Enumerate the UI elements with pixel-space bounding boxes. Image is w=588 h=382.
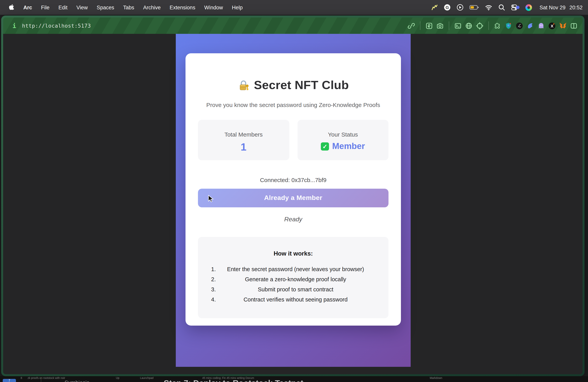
battery-icon[interactable] bbox=[470, 4, 479, 11]
privacy-shield-icon[interactable] bbox=[505, 22, 512, 29]
script-l-extension-icon[interactable]: ℒ bbox=[516, 22, 523, 29]
clock-date: Sat Nov 29 bbox=[540, 4, 566, 10]
page-title-text: Secret NFT Club bbox=[254, 78, 349, 92]
app-card: Secret NFT Club Prove you know the secre… bbox=[186, 53, 401, 326]
metamask-icon[interactable] bbox=[559, 22, 567, 29]
menu-bar: Arc File Edit View Spaces Tabs Archive E… bbox=[0, 0, 588, 15]
locked-with-key-icon bbox=[238, 79, 250, 91]
play-circle-icon[interactable] bbox=[457, 4, 464, 11]
desktop: Arc File Edit View Spaces Tabs Archive E… bbox=[0, 0, 588, 382]
menu-item-spaces[interactable]: Spaces bbox=[97, 4, 114, 10]
member-text: Member bbox=[332, 141, 365, 151]
stats-row: Total Members 1 Your Status ✓ Member bbox=[198, 120, 388, 160]
toolbar-separator bbox=[488, 21, 489, 30]
menu-item-arc[interactable]: Arc bbox=[23, 4, 32, 10]
check-mark-icon: ✓ bbox=[321, 142, 329, 150]
terminal-icon[interactable] bbox=[454, 22, 462, 29]
globe-icon[interactable] bbox=[465, 22, 473, 29]
stocks-icon[interactable] bbox=[431, 4, 438, 11]
search-icon[interactable] bbox=[498, 4, 505, 11]
how-it-works-step: Enter the secret password (never leaves … bbox=[217, 266, 374, 273]
total-members-label: Total Members bbox=[198, 131, 289, 138]
copy-link-icon[interactable] bbox=[408, 22, 415, 29]
how-it-works-list: Enter the secret password (never leaves … bbox=[198, 266, 388, 303]
menu-item-tabs[interactable]: Tabs bbox=[123, 4, 134, 10]
status-text: Ready bbox=[198, 216, 388, 223]
blue-bird-extension-icon[interactable] bbox=[526, 22, 534, 29]
browser-window: i http://localhost:5173 bbox=[1, 16, 585, 376]
your-status-card: Your Status ✓ Member bbox=[297, 120, 388, 160]
site-info-icon[interactable]: i bbox=[12, 22, 16, 29]
camera-icon[interactable] bbox=[436, 22, 444, 29]
address-bar-url[interactable]: http://localhost:5173 bbox=[22, 22, 91, 29]
how-it-works-step: Generate a zero-knowledge proof locally bbox=[217, 276, 374, 283]
menu-item-help[interactable]: Help bbox=[232, 4, 243, 10]
already-member-button[interactable]: Already a Member bbox=[198, 189, 388, 207]
mouse-cursor bbox=[208, 195, 214, 205]
bg-status-up: Up bbox=[116, 377, 119, 379]
menu-item-file[interactable]: File bbox=[41, 4, 50, 10]
menu-bar-status-area: G Sat Nov 29 20:52 bbox=[431, 4, 583, 11]
menu-bar-left: Arc File Edit View Spaces Tabs Archive E… bbox=[9, 4, 243, 11]
svg-text:X: X bbox=[551, 23, 553, 28]
toolbar-separator bbox=[449, 21, 449, 30]
menu-item-archive[interactable]: Archive bbox=[143, 4, 161, 10]
how-it-works-step: Submit proof to smart contract bbox=[217, 286, 374, 293]
menu-item-extensions[interactable]: Extensions bbox=[169, 4, 195, 10]
browser-content: Secret NFT Club Prove you know the secre… bbox=[3, 34, 583, 374]
split-view-icon[interactable] bbox=[570, 22, 578, 29]
toolbar-actions: ℒ X bbox=[408, 21, 578, 30]
screenshot-image-icon[interactable] bbox=[425, 22, 433, 29]
your-status-label: Your Status bbox=[297, 131, 388, 138]
bg-status-project: zk proofs on rootstock with noir bbox=[28, 377, 65, 379]
total-members-card: Total Members 1 bbox=[198, 120, 289, 160]
svg-text:ℒ: ℒ bbox=[518, 23, 521, 28]
extensions-puzzle-icon[interactable] bbox=[494, 22, 501, 29]
bg-blue-badge: 7 bbox=[3, 379, 16, 382]
ghostery-icon[interactable] bbox=[537, 22, 545, 29]
browser-toolbar: i http://localhost:5173 bbox=[3, 18, 583, 34]
bg-status-count: 8 bbox=[21, 377, 22, 379]
bg-status-launchpad: Launchpad bbox=[140, 377, 153, 379]
menu-bar-clock[interactable]: Sat Nov 29 20:52 bbox=[540, 4, 583, 10]
menu-item-window[interactable]: Window bbox=[204, 4, 223, 10]
apple-menu-icon[interactable] bbox=[9, 4, 14, 11]
your-status-value: ✓ Member bbox=[297, 141, 388, 151]
menu-item-view[interactable]: View bbox=[76, 4, 88, 10]
toolbar-separator bbox=[420, 21, 420, 30]
page-title: Secret NFT Club bbox=[198, 78, 388, 92]
grammarly-icon[interactable]: G bbox=[444, 4, 451, 11]
bg-divider bbox=[41, 377, 41, 382]
bg-status-language: Markdown bbox=[430, 377, 442, 379]
menu-item-edit[interactable]: Edit bbox=[59, 4, 68, 10]
wifi-icon[interactable] bbox=[485, 4, 493, 11]
bg-tab-symbiosis: Symbiosis bbox=[64, 379, 89, 382]
background-window: 8 zk proofs on rootstock with noir Up La… bbox=[0, 376, 588, 382]
page-subtitle: Prove you know the secret password using… bbox=[198, 102, 388, 108]
crosshair-icon[interactable] bbox=[476, 22, 483, 29]
bg-document-heading: Step 7: Deploy to Rootstock Testnet bbox=[164, 379, 303, 382]
connected-address: Connected: 0x37cb...7bf9 bbox=[198, 177, 388, 183]
svg-text:G: G bbox=[446, 5, 449, 10]
how-it-works-heading: How it works: bbox=[198, 250, 388, 257]
how-it-works-box: How it works: Enter the secret password … bbox=[198, 237, 388, 318]
how-it-works-step: Contract verifies without seeing passwor… bbox=[217, 296, 374, 303]
x-extension-icon[interactable]: X bbox=[548, 22, 556, 29]
clock-time: 20:52 bbox=[569, 4, 583, 10]
control-center-icon[interactable] bbox=[511, 4, 520, 11]
total-members-value: 1 bbox=[198, 141, 289, 153]
siri-icon[interactable] bbox=[525, 4, 532, 11]
